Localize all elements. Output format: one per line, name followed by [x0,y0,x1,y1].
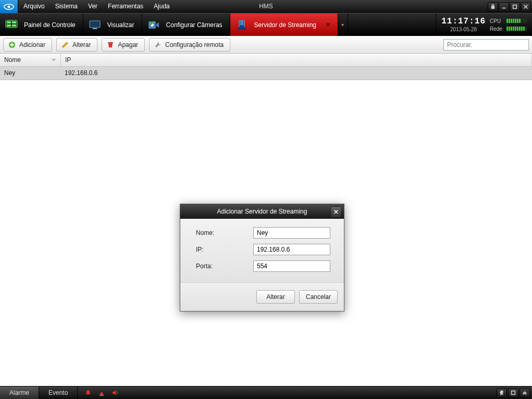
svg-rect-13 [93,28,97,29]
cpu-meter-row: CPU [490,18,527,24]
menubar: Arquivo Sistema Ver Ferramentas Ajuda HM… [0,0,532,13]
svg-rect-8 [7,21,11,23]
tab-visualizar[interactable]: Visualizar [83,14,142,36]
svg-rect-4 [513,5,517,8]
svg-rect-22 [512,391,515,395]
tab-label: Servidor de Streaming [254,21,316,29]
add-streaming-server-dialog: Adicionar Servidor de Streaming ✕ Nome: … [180,204,344,311]
eye-icon [4,3,14,10]
tab-label: Visualizar [107,21,134,29]
net-label: Rede [490,26,503,32]
ip-input[interactable] [253,244,330,255]
wrench-icon [154,41,162,49]
svg-rect-17 [240,21,243,22]
column-name[interactable]: Nome [0,54,61,66]
dialog-titlebar[interactable]: Adicionar Servidor de Streaming ✕ [180,204,344,219]
restore-button[interactable] [508,388,518,397]
tab-configurar-cameras[interactable]: Configurar Câmeras [142,14,230,36]
alarm-light-icon[interactable] [97,389,106,397]
clock-box: 11:17:16 2013-05-28 CPU Rede [436,14,532,36]
menu-items: Arquivo Sistema Ver Ferramentas Ajuda [18,0,175,13]
close-icon: ✕ [333,208,339,216]
pin-button[interactable] [497,388,507,397]
window-controls [488,2,532,11]
menu-ajuda[interactable]: Ajuda [149,0,175,13]
field-row-ip: IP: [196,244,333,255]
svg-rect-11 [12,24,16,27]
trash-icon [106,41,115,49]
restore-icon [511,390,516,395]
edit-label: Alterar [72,41,91,48]
table-row[interactable]: Ney 192.168.0.6 [0,67,532,80]
cpu-meter [506,19,527,23]
dialog-body: Nome: IP: Porta: [180,219,344,283]
sort-indicator-icon [51,59,56,61]
tabbar: Painel de Controle Visualizar Configurar… [0,13,532,36]
search-input[interactable] [443,39,529,51]
grid-body: Adicionar Servidor de Streaming ✕ Nome: … [0,80,532,383]
tab-close-icon[interactable]: ✕ [326,21,330,28]
app-logo [0,0,18,13]
cell-name: Ney [0,69,60,77]
app-title: HMS [259,0,273,13]
statusbar: Alarme Evento [0,386,532,399]
column-ip-label: IP [65,56,71,64]
add-button[interactable]: Adicionar [3,38,52,52]
field-row-name: Nome: [196,227,333,239]
port-input[interactable] [253,260,330,272]
tab-label: Painel de Controle [24,21,76,29]
server-table: Nome IP Ney 192.168.0.6 [0,54,532,80]
alarm-bell-icon[interactable] [84,389,92,397]
tab-overflow-button[interactable]: ▾ [338,14,348,36]
pencil-icon [61,41,69,49]
plus-icon [8,41,16,49]
dialog-footer: Alterar Cancelar [180,283,344,311]
cpu-label: CPU [490,18,503,24]
svg-rect-10 [7,24,11,27]
close-button[interactable] [521,2,531,11]
tab-servidor-de-streaming[interactable]: Servidor de Streaming ✕ [230,14,338,36]
net-meter-row: Rede [490,26,527,32]
close-icon [523,4,528,9]
menu-arquivo[interactable]: Arquivo [18,0,50,13]
menu-ferramentas[interactable]: Ferramentas [103,0,149,13]
maximize-button[interactable] [510,2,520,11]
table-header: Nome IP [0,54,532,67]
streaming-server-icon [234,19,249,31]
column-ip[interactable]: IP [61,54,532,66]
status-tab-evento[interactable]: Evento [39,386,78,399]
system-meters: CPU Rede [490,18,527,32]
cell-ip: 192.168.0.6 [60,69,532,77]
name-label: Nome: [196,229,253,236]
dialog-cancel-button[interactable]: Cancelar [299,290,338,304]
sound-icon[interactable] [111,389,119,397]
net-meter [506,27,527,31]
svg-rect-12 [90,21,100,28]
status-tab-alarme[interactable]: Alarme [0,386,39,399]
svg-rect-18 [240,23,243,24]
name-input[interactable] [253,227,330,239]
lock-button[interactable] [488,2,498,11]
remote-config-label: Configuração remota [165,41,224,48]
dialog-ok-button[interactable]: Alterar [256,290,295,304]
collapse-button[interactable] [519,388,530,397]
field-row-port: Porta: [196,260,333,272]
minimize-icon [501,4,506,9]
camera-config-icon [146,19,161,31]
menu-sistema[interactable]: Sistema [50,0,83,13]
statusbar-corner-buttons [497,388,532,397]
clock-time: 11:17:16 [441,17,486,27]
svg-rect-9 [12,21,16,23]
tab-painel-de-controle[interactable]: Painel de Controle [0,14,83,36]
minimize-button[interactable] [499,2,509,11]
chevron-up-icon [522,390,527,395]
edit-button[interactable]: Alterar [56,38,97,52]
menu-ver[interactable]: Ver [83,0,103,13]
monitor-icon [88,19,102,31]
remote-config-button[interactable]: Configuração remota [149,38,230,52]
delete-label: Apagar [118,41,138,48]
dialog-close-button[interactable]: ✕ [330,206,342,218]
tabbar-spacer [348,14,436,36]
dialog-title: Adicionar Servidor de Streaming [217,208,307,215]
delete-button[interactable]: Apagar [102,38,145,52]
